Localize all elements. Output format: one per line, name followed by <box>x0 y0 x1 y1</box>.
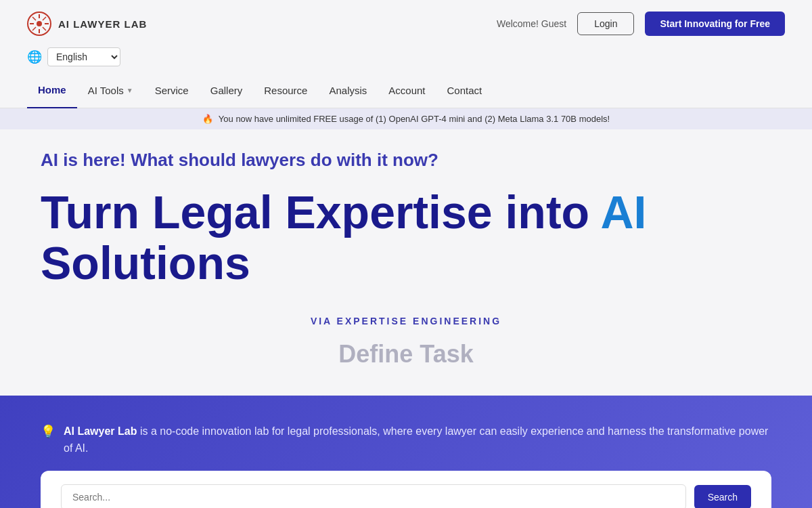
language-select[interactable]: English 中文 Español Français 日本語 <box>47 47 120 66</box>
nav-ai-tools-label: AI Tools <box>88 85 124 96</box>
logo-area: AI LAWYER LAB <box>27 12 147 36</box>
hero-section: AI is here! What should lawyers do with … <box>0 129 812 396</box>
purple-section: 💡 AI Lawyer Lab is a no-code innovation … <box>0 396 812 508</box>
nav-gallery[interactable]: Gallery <box>200 73 254 108</box>
announcement-text: You now have unlimited FREE usage of (1)… <box>219 114 610 124</box>
hero-heading-highlight: AI <box>600 186 646 238</box>
language-bar: 🌐 English 中文 Español Français 日本語 <box>0 47 812 73</box>
description-text: AI Lawyer Lab is a no-code innovation la… <box>64 423 771 457</box>
nav-service-label: Service <box>155 85 189 96</box>
hero-subtitle: AI is here! What should lawyers do with … <box>41 150 771 171</box>
header-right: Welcome! Guest Login Start Innovating fo… <box>497 12 785 36</box>
site-header: AI LAWYER LAB Welcome! Guest Login Start… <box>0 0 812 47</box>
search-box-inner: Search <box>61 484 751 508</box>
cta-button[interactable]: Start Innovating for Free <box>645 12 785 36</box>
nav-resource[interactable]: Resource <box>253 73 318 108</box>
nav-resource-label: Resource <box>264 85 307 96</box>
nav-analysis[interactable]: Analysis <box>318 73 378 108</box>
announcement-bar: 🔥 You now have unlimited FREE usage of (… <box>0 108 812 129</box>
description-row: 💡 AI Lawyer Lab is a no-code innovation … <box>41 423 771 457</box>
nav-home[interactable]: Home <box>27 73 77 108</box>
search-button[interactable]: Search <box>694 485 751 508</box>
nav-contact-label: Contact <box>447 85 482 96</box>
globe-icon: 🌐 <box>27 49 42 64</box>
svg-line-9 <box>32 27 36 30</box>
nav-account-label: Account <box>388 85 425 96</box>
svg-line-7 <box>43 27 46 30</box>
welcome-text: Welcome! Guest <box>497 18 566 29</box>
logo-icon <box>27 12 51 36</box>
nav-gallery-label: Gallery <box>210 85 243 96</box>
nav-ai-tools[interactable]: AI Tools ▼ <box>77 73 144 108</box>
description-rest: is a no-code innovation lab for legal pr… <box>64 425 768 454</box>
main-nav: Home AI Tools ▼ Service Gallery Resource… <box>0 73 812 108</box>
search-box-area: Search <box>41 471 771 508</box>
description-brand: AI Lawyer Lab <box>64 425 137 437</box>
nav-analysis-label: Analysis <box>329 85 367 96</box>
hero-heading: Turn Legal Expertise into AI Solutions <box>41 187 771 289</box>
svg-line-6 <box>32 17 36 20</box>
search-input[interactable] <box>61 484 686 508</box>
hero-heading-part1: Turn Legal Expertise into <box>41 186 600 238</box>
nav-account[interactable]: Account <box>378 73 436 108</box>
chevron-down-icon: ▼ <box>127 87 133 94</box>
nav-contact[interactable]: Contact <box>436 73 493 108</box>
hero-heading-part2: Solutions <box>41 237 250 289</box>
via-label: VIA EXPERTISE ENGINEERING <box>41 316 771 326</box>
login-button[interactable]: Login <box>577 12 634 35</box>
logo-text: AI LAWYER LAB <box>58 18 147 30</box>
nav-home-label: Home <box>38 84 66 96</box>
svg-line-8 <box>43 17 46 20</box>
fire-icon: 🔥 <box>202 114 213 124</box>
bulb-icon: 💡 <box>41 424 55 439</box>
define-task-text: Define Task <box>41 340 771 368</box>
svg-point-1 <box>37 21 42 26</box>
nav-service[interactable]: Service <box>144 73 200 108</box>
